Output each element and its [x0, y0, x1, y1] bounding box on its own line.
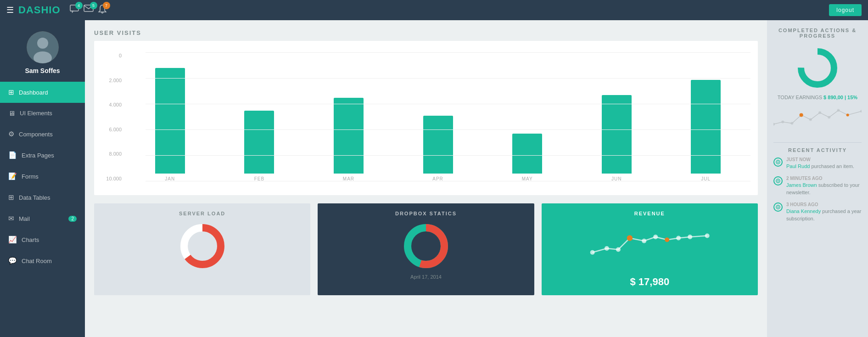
- bar-group-jan: JAN: [125, 53, 215, 181]
- sidebar-profile: Sam Soffes: [0, 20, 85, 82]
- bar-may: [512, 134, 542, 174]
- bar-group-feb: FEB: [215, 53, 304, 181]
- activity-item-1: JUST NOW Paul Rudd purchased an item.: [773, 157, 862, 170]
- activity-text-1: JUST NOW Paul Rudd purchased an item.: [786, 157, 854, 170]
- svg-point-11: [590, 250, 594, 255]
- sidebar-username: Sam Soffes: [25, 67, 60, 74]
- activity-time-1: JUST NOW: [786, 157, 854, 163]
- svg-point-27: [818, 111, 821, 114]
- svg-point-16: [665, 237, 669, 242]
- bar-label-jul: JUL: [701, 176, 711, 181]
- bar-chart-area: 10.000 8.000 6.000 4.000 2.000 0 JAN FEB…: [101, 48, 750, 195]
- dropbox-title: DROPBOX STATICS: [395, 211, 457, 216]
- section-title-user-visits: USER VISITS: [94, 29, 758, 36]
- activity-time-2: 2 MINUTES AGO: [786, 175, 862, 182]
- sidebar-item-extra-pages[interactable]: 📄 Extra Pages: [0, 145, 85, 166]
- earnings-line-chart: [773, 105, 862, 132]
- y-label: 6.000: [101, 127, 122, 132]
- server-load-title: SERVER LOAD: [179, 211, 225, 216]
- charts-icon: 📈: [8, 236, 17, 244]
- activity-icon-1: [773, 157, 783, 167]
- brand-logo: DASHIO: [18, 4, 61, 16]
- brand-dash: DASH: [18, 4, 49, 16]
- hamburger-icon[interactable]: ☰: [6, 5, 14, 15]
- sidebar-item-forms[interactable]: 📝 Forms: [0, 166, 85, 187]
- forms-icon: 📝: [8, 172, 17, 180]
- sidebar-item-ui-elements[interactable]: 🖥 UI Elements: [0, 103, 85, 124]
- svg-point-3: [37, 38, 48, 49]
- activity-icon-3: [773, 202, 783, 212]
- svg-point-15: [653, 235, 658, 239]
- bar-label-feb: FEB: [254, 176, 264, 181]
- data-tables-icon: ⊞: [8, 193, 14, 202]
- sidebar-item-charts[interactable]: 📈 Charts: [0, 229, 85, 250]
- sidebar-item-dashboard[interactable]: ⊞ Dashboard: [0, 82, 85, 103]
- bar-label-apr: APR: [432, 176, 443, 181]
- earnings-value: $ 890,00 | 15%: [823, 95, 857, 100]
- svg-point-37: [778, 207, 779, 208]
- earnings-label-text: TODAY EARNINGS: [778, 95, 822, 100]
- activity-text-2: 2 MINUTES AGO James Brown subscribed to …: [786, 175, 862, 196]
- svg-point-12: [605, 246, 609, 251]
- mail-nav-icon: ✉: [8, 214, 14, 223]
- revenue-card: REVENUE $ 17,980: [542, 203, 758, 295]
- svg-point-22: [800, 113, 803, 117]
- chat-room-icon: 💬: [8, 257, 17, 265]
- sidebar-item-label: Components: [19, 131, 53, 138]
- svg-point-33: [778, 162, 779, 163]
- svg-point-24: [781, 121, 784, 124]
- bar-mar: [334, 98, 364, 174]
- svg-point-17: [676, 236, 681, 241]
- comment-icon-btn[interactable]: 4: [70, 5, 79, 16]
- activity-link-1[interactable]: Paul Rudd: [786, 163, 810, 169]
- bar-feb: [244, 111, 274, 174]
- sidebar-item-label: Extra Pages: [22, 152, 54, 159]
- topbar: ☰ DASHIO 4 5 7 logout: [0, 0, 868, 20]
- topbar-icons: 4 5 7: [70, 5, 106, 16]
- sidebar-item-mail[interactable]: ✉ Mail 2: [0, 208, 85, 229]
- bar-group-mar: MAR: [304, 53, 393, 181]
- user-visits-chart-card: 10.000 8.000 6.000 4.000 2.000 0 JAN FEB…: [94, 41, 758, 195]
- bar-label-mar: MAR: [343, 176, 354, 181]
- activity-link-2[interactable]: James Brown: [786, 182, 817, 188]
- lower-row: SERVER LOAD DROPBOX STATICS April 17, 20…: [94, 203, 758, 295]
- svg-point-35: [778, 180, 779, 182]
- svg-point-14: [642, 239, 646, 243]
- earnings-label: TODAY EARNINGS $ 890,00 | 15%: [773, 95, 862, 100]
- sidebar-item-chat-room[interactable]: 💬 Chat Room: [0, 250, 85, 271]
- y-label: 2.000: [101, 78, 122, 83]
- logout-button[interactable]: logout: [829, 4, 862, 16]
- sidebar-item-data-tables[interactable]: ⊞ Data Tables: [0, 187, 85, 208]
- right-panel: COMPLETED ACTIONS & PROGRESS TODAY EARNI…: [767, 20, 868, 337]
- bar-label-may: MAY: [522, 176, 533, 181]
- svg-point-30: [846, 113, 849, 116]
- activity-link-3[interactable]: Diana Kennedy: [786, 208, 821, 214]
- bar-label-jan: JAN: [165, 176, 175, 181]
- sidebar-item-components[interactable]: ⚙ Components: [0, 124, 85, 145]
- sidebar-item-label: Charts: [22, 236, 39, 243]
- revenue-title: REVENUE: [634, 211, 665, 216]
- bar-group-apr: APR: [393, 53, 483, 181]
- bell-badge: 7: [103, 2, 110, 9]
- mail-icon-btn[interactable]: 5: [84, 5, 94, 16]
- ui-elements-icon: 🖥: [8, 109, 15, 117]
- svg-point-13: [616, 247, 621, 252]
- dropbox-date: April 17, 2014: [410, 274, 442, 280]
- svg-point-31: [860, 110, 862, 112]
- bars-container: JAN FEB MAR APR MAY JUN JUL: [125, 53, 750, 181]
- sidebar-item-label: Mail: [19, 215, 30, 222]
- sidebar-nav: ⊞ Dashboard 🖥 UI Elements ⚙ Components 📄…: [0, 82, 85, 337]
- completed-actions-donut: [795, 45, 840, 91]
- main-content: USER VISITS 10.000 8.000 6.000 4.000 2.0…: [85, 20, 767, 337]
- brand-io: IO: [49, 4, 60, 16]
- bar-jul: [691, 80, 721, 174]
- y-label: 8.000: [101, 151, 122, 157]
- completed-actions-title: COMPLETED ACTIONS & PROGRESS: [773, 28, 862, 39]
- components-icon: ⚙: [8, 130, 14, 138]
- sidebar-item-label: Dashboard: [19, 89, 48, 96]
- svg-point-28: [828, 116, 830, 118]
- bell-icon-btn[interactable]: 7: [98, 5, 106, 16]
- svg-point-19: [705, 234, 709, 238]
- panel-divider: [773, 142, 862, 143]
- y-label: 10.000: [101, 176, 122, 181]
